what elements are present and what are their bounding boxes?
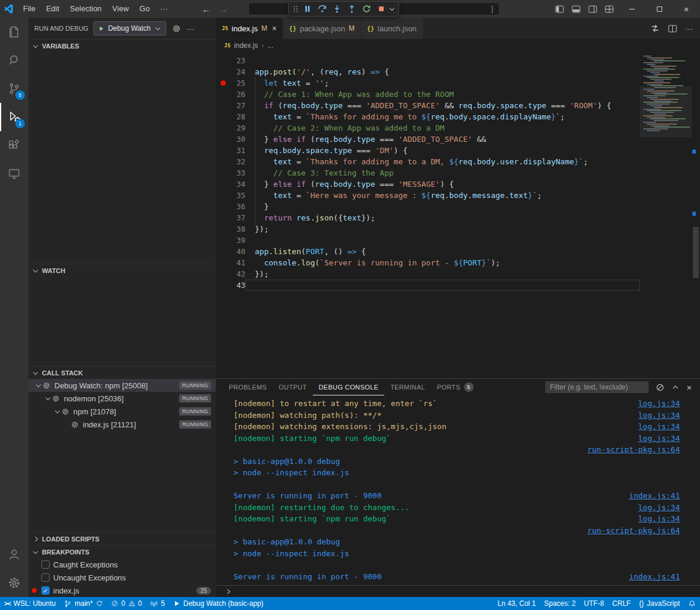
customize-layout-icon[interactable]	[603, 0, 615, 18]
line-content[interactable]: } else if (req.body.type === 'ADDED_TO_S…	[245, 134, 640, 145]
source-link[interactable]: run-script-pkg.js:64	[587, 445, 680, 454]
breakpoint-gutter[interactable]	[216, 134, 230, 145]
pause-button[interactable]	[300, 2, 315, 15]
drag-grip-icon[interactable]	[294, 6, 295, 7]
notifications-bell-icon[interactable]	[684, 597, 700, 610]
step-over-button[interactable]	[315, 2, 329, 15]
breakpoint-gutter[interactable]	[216, 167, 230, 179]
clear-console-icon[interactable]	[656, 383, 665, 392]
cursor-position[interactable]: Ln 43, Col 1	[494, 597, 540, 610]
breakpoint-gutter[interactable]	[216, 257, 230, 268]
back-icon[interactable]: ←	[202, 4, 210, 14]
source-link[interactable]: log.js:34	[639, 399, 680, 408]
source-control-icon[interactable]: 5	[0, 74, 28, 103]
split-editor-icon[interactable]	[668, 25, 677, 33]
breakpoint-gutter[interactable]	[216, 212, 230, 223]
menu-more[interactable]: ···	[155, 0, 173, 18]
breakpoint-gutter[interactable]	[216, 190, 230, 201]
line-content[interactable]: });	[245, 268, 640, 280]
breakpoint-item[interactable]: Caught Exceptions	[28, 558, 216, 571]
line-content[interactable]: // Case 3: Texting the App	[245, 167, 640, 179]
toggle-panel-icon[interactable]	[570, 0, 582, 18]
source-link[interactable]: index.js:41	[629, 491, 680, 500]
encoding-status[interactable]: UTF-8	[580, 597, 608, 610]
variables-section-header[interactable]: VARIABLES	[28, 39, 216, 52]
breadcrumb[interactable]: JS index.js › ...	[216, 39, 700, 52]
breakpoint-item[interactable]: Uncaught Exceptions	[28, 571, 216, 584]
breakpoint-gutter[interactable]	[216, 111, 230, 122]
tab-launch.json[interactable]: {}launch.json	[361, 18, 423, 39]
menu-edit[interactable]: Edit	[41, 0, 64, 18]
line-content[interactable]: if (req.body.type === 'ADDED_TO_SPACE' &…	[245, 100, 640, 111]
step-out-button[interactable]	[344, 2, 359, 15]
code-editor[interactable]: 2324app.post('/', (req, res) => {25 let …	[216, 52, 640, 378]
problems-status[interactable]: 0 0	[107, 597, 146, 610]
menu-selection[interactable]: Selection	[64, 0, 106, 18]
tab-package.json[interactable]: {}package.jsonM	[283, 18, 361, 39]
breakpoint-checkbox[interactable]	[41, 560, 50, 569]
call-stack-item[interactable]: index.js [21121]RUNNING	[28, 418, 216, 431]
scrollbar-thumb[interactable]	[693, 227, 699, 278]
toggle-secondary-sidebar-icon[interactable]	[586, 0, 598, 18]
chevron-down-icon[interactable]	[36, 382, 41, 387]
breakpoint-gutter[interactable]	[216, 201, 230, 212]
panel-tab-output[interactable]: OUTPUT	[273, 379, 313, 395]
run-and-debug-icon[interactable]: 1	[0, 103, 28, 131]
line-content[interactable]: text = `Thanks for adding me to a DM, ${…	[245, 156, 640, 167]
line-content[interactable]: req.body.space.type === 'DM') {	[245, 145, 640, 156]
maximize-panel-icon[interactable]	[672, 384, 679, 391]
ports-status[interactable]: 5	[146, 597, 169, 610]
breakpoint-gutter[interactable]	[216, 100, 230, 111]
breakpoint-checkbox[interactable]: ✓	[41, 586, 50, 595]
line-content[interactable]: });	[245, 223, 640, 235]
call-stack-item[interactable]: npm [21078]RUNNING	[28, 405, 216, 418]
source-link[interactable]: log.js:34	[639, 411, 680, 420]
debug-console-input[interactable]	[216, 585, 700, 597]
line-content[interactable]: let text = '';	[245, 77, 640, 89]
search-icon[interactable]	[0, 46, 28, 74]
debug-session-status[interactable]: Debug Watch (basic-app)	[169, 597, 268, 610]
settings-gear-icon[interactable]	[0, 569, 28, 597]
eol-status[interactable]: CRLF	[608, 597, 635, 610]
close-panel-icon[interactable]: ×	[686, 382, 692, 392]
breakpoint-gutter[interactable]	[216, 235, 230, 246]
breakpoint-gutter[interactable]	[216, 145, 230, 156]
breakpoint-gutter[interactable]	[216, 156, 230, 167]
line-content[interactable]: // Case 1: When App was added to the ROO…	[245, 89, 640, 100]
explorer-icon[interactable]	[0, 18, 28, 46]
remote-indicator[interactable]: >< WSL: Ubuntu	[0, 597, 60, 610]
line-content[interactable]: text = `Thanks for adding me to ${req.bo…	[245, 111, 640, 122]
breakpoint-gutter[interactable]	[216, 66, 230, 77]
extensions-icon[interactable]	[0, 131, 28, 160]
line-content[interactable]	[245, 235, 640, 246]
minimap[interactable]	[640, 52, 692, 378]
panel-tab-problems[interactable]: PROBLEMS	[223, 379, 273, 395]
line-content[interactable]: text = `Here was your message : ${req.bo…	[245, 190, 640, 201]
chevron-down-icon[interactable]	[46, 395, 50, 400]
editor-scrollbar[interactable]	[692, 52, 700, 378]
breakpoint-gutter[interactable]	[216, 55, 230, 66]
line-content[interactable]: }	[245, 201, 640, 212]
line-content[interactable]: app.post('/', (req, res) => {	[245, 66, 640, 77]
breadcrumb-file[interactable]: index.js	[234, 41, 258, 50]
forward-icon[interactable]: →	[219, 4, 228, 14]
line-content[interactable]	[245, 55, 640, 66]
chevron-down-icon[interactable]	[55, 408, 60, 413]
source-link[interactable]: log.js:34	[639, 503, 680, 512]
breakpoint-item[interactable]: ✓index.js25	[28, 584, 216, 597]
source-link[interactable]: log.js:34	[639, 422, 680, 431]
panel-tab-terminal[interactable]: TERMINAL	[384, 379, 431, 395]
views-more-icon[interactable]: ···	[187, 24, 195, 33]
menu-go[interactable]: Go	[134, 0, 155, 18]
breakpoint-gutter[interactable]	[216, 268, 230, 280]
source-link[interactable]: log.js:34	[639, 514, 680, 523]
editor-more-icon[interactable]: ···	[685, 24, 693, 33]
open-changes-icon[interactable]	[650, 24, 660, 33]
maximize-button[interactable]	[646, 0, 673, 18]
line-content[interactable]: app.listen(PORT, () => {	[245, 246, 640, 257]
breakpoints-section-header[interactable]: BREAKPOINTS	[28, 545, 216, 558]
breakpoint-gutter[interactable]	[216, 179, 230, 190]
line-content[interactable]: console.log(`Server is running in port -…	[245, 257, 640, 268]
accounts-icon[interactable]	[0, 540, 28, 569]
call-stack-item[interactable]: nodemon [25036]RUNNING	[28, 392, 216, 405]
